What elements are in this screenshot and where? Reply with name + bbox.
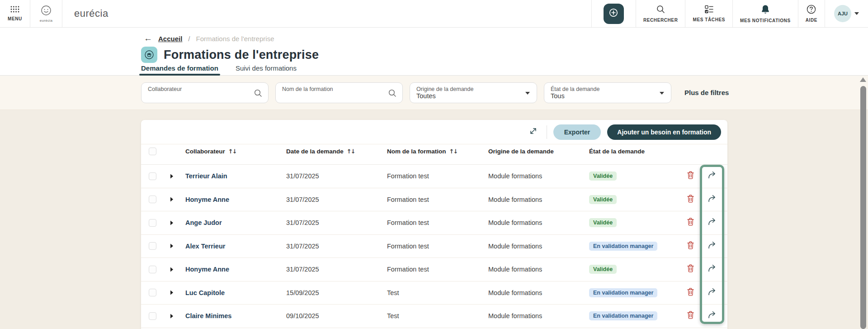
origine-select[interactable]: Origine de la demande Toutes bbox=[410, 82, 537, 103]
expand-row-caret-icon[interactable] bbox=[164, 197, 180, 202]
search-icon bbox=[656, 5, 665, 16]
eurecia-smiley-icon bbox=[40, 5, 52, 18]
expand-row-caret-icon[interactable] bbox=[164, 243, 180, 248]
origine-cell: Module formations bbox=[483, 312, 584, 319]
column-header-label: Nom de la formation bbox=[387, 148, 446, 155]
row-checkbox[interactable] bbox=[149, 195, 156, 203]
quick-add-button[interactable] bbox=[604, 4, 624, 24]
row-checkbox[interactable] bbox=[149, 219, 156, 227]
scroll-up-arrow-icon[interactable] bbox=[860, 77, 866, 82]
status-badge: En validation manager bbox=[589, 311, 657, 320]
delete-row-button[interactable] bbox=[680, 264, 700, 275]
collaborateur-search-field[interactable]: Collaborateur bbox=[141, 82, 269, 103]
vertical-scrollbar[interactable] bbox=[859, 76, 867, 329]
page-title: Formations de l'entreprise bbox=[164, 48, 319, 62]
expand-row-caret-icon[interactable] bbox=[164, 267, 180, 272]
divider bbox=[547, 125, 547, 139]
collaborateur-cell[interactable]: Honyme Anne bbox=[180, 196, 281, 203]
help-nav-button[interactable]: AIDE bbox=[798, 0, 825, 27]
eurecia-logo-button[interactable]: eurécia bbox=[30, 0, 62, 27]
etat-cell: Validée bbox=[584, 195, 680, 204]
table-row: Honyme Anne 31/07/2025 Formation test Mo… bbox=[141, 258, 727, 281]
formation-name-cell: Formation test bbox=[382, 266, 483, 273]
tab-suivi-des-formations[interactable]: Suivi des formations bbox=[236, 64, 297, 75]
collaborateur-cell[interactable]: Ange Judor bbox=[180, 219, 281, 226]
transfer-row-button[interactable] bbox=[700, 194, 724, 205]
formation-name-cell: Formation test bbox=[382, 243, 483, 250]
tab-demandes-de-formation[interactable]: Demandes de formation bbox=[141, 64, 218, 75]
row-checkbox[interactable] bbox=[149, 289, 156, 296]
bell-icon bbox=[760, 5, 770, 16]
table-body: Terrieur Alain 31/07/2025 Formation test… bbox=[141, 165, 727, 328]
more-filters-link[interactable]: Plus de filtres bbox=[684, 89, 729, 96]
breadcrumb-home-link[interactable]: Accueil bbox=[158, 35, 182, 43]
tasks-nav-button[interactable]: MES TÂCHES bbox=[685, 0, 732, 27]
delete-row-button[interactable] bbox=[680, 171, 700, 181]
delete-row-button[interactable] bbox=[680, 194, 700, 205]
sort-icon: ↑↓ bbox=[347, 148, 355, 155]
etat-cell: Validée bbox=[584, 218, 680, 227]
date-cell: 31/07/2025 bbox=[281, 266, 382, 273]
origine-cell: Module formations bbox=[483, 266, 584, 273]
row-checkbox[interactable] bbox=[149, 266, 156, 273]
transfer-row-button[interactable] bbox=[700, 241, 724, 252]
select-all-checkbox[interactable] bbox=[149, 148, 156, 155]
expand-row-caret-icon[interactable] bbox=[164, 174, 180, 179]
curved-arrow-right-icon bbox=[707, 217, 717, 228]
expand-row-caret-icon[interactable] bbox=[164, 314, 180, 319]
tasks-checklist-icon bbox=[704, 5, 714, 15]
export-button[interactable]: Exporter bbox=[553, 124, 601, 140]
delete-row-button[interactable] bbox=[680, 241, 700, 252]
search-nav-label: RECHERCHER bbox=[643, 18, 678, 23]
transfer-row-button[interactable] bbox=[700, 217, 724, 228]
collaborateur-cell[interactable]: Honyme Anne bbox=[180, 266, 281, 273]
quick-add-wrap bbox=[592, 0, 636, 27]
collaborateur-cell[interactable]: Claire Minimes bbox=[180, 312, 281, 319]
column-header-nom[interactable]: Nom de la formation ↑↓ bbox=[382, 148, 483, 155]
avatar: AJU bbox=[834, 5, 851, 22]
expand-row-caret-icon[interactable] bbox=[164, 290, 180, 295]
user-menu-button[interactable]: AJU bbox=[825, 0, 868, 27]
transfer-row-button[interactable] bbox=[700, 264, 724, 275]
column-header-label: Collaborateur bbox=[185, 148, 225, 155]
scrollbar-thumb[interactable] bbox=[860, 86, 866, 329]
origine-cell: Module formations bbox=[483, 243, 584, 250]
add-training-need-button[interactable]: Ajouter un besoin en formation bbox=[607, 124, 721, 140]
notifications-nav-button[interactable]: MES NOTIFICATIONS bbox=[733, 0, 798, 27]
column-header-label: Date de la demande bbox=[286, 148, 344, 155]
collaborateur-cell[interactable]: Terrieur Alain bbox=[180, 172, 281, 180]
filters-bar: Collaborateur Nom de la formation Origin… bbox=[0, 76, 868, 110]
etat-cell: Validée bbox=[584, 265, 680, 274]
transfer-row-button[interactable] bbox=[700, 171, 724, 181]
table-row: Ange Judor 31/07/2025 Formation test Mod… bbox=[141, 211, 727, 235]
collaborateur-cell[interactable]: Alex Terrieur bbox=[180, 243, 281, 250]
menu-button[interactable]: MENU bbox=[0, 0, 30, 27]
topbar-spacer bbox=[120, 0, 591, 27]
etat-select[interactable]: État de la demande Tous bbox=[544, 82, 671, 103]
column-header-collaborateur[interactable]: Collaborateur ↑↓ bbox=[180, 148, 281, 155]
back-arrow-icon[interactable]: ← bbox=[144, 33, 152, 43]
search-icon bbox=[388, 89, 397, 100]
row-checkbox[interactable] bbox=[149, 172, 156, 180]
date-cell: 31/07/2025 bbox=[281, 172, 382, 180]
row-checkbox[interactable] bbox=[149, 242, 156, 250]
help-icon bbox=[807, 5, 816, 16]
formation-search-field[interactable]: Nom de la formation bbox=[275, 82, 403, 103]
origine-select-label: Origine de la demande bbox=[416, 86, 473, 92]
transfer-row-button[interactable] bbox=[700, 287, 724, 298]
column-header-date[interactable]: Date de la demande ↑↓ bbox=[281, 148, 382, 155]
etat-select-label: État de la demande bbox=[551, 86, 599, 92]
search-nav-button[interactable]: RECHERCHER bbox=[636, 0, 685, 27]
row-checkbox[interactable] bbox=[149, 312, 156, 320]
table-toolbar: Exporter Ajouter un besoin en formation bbox=[141, 120, 727, 144]
expand-row-caret-icon[interactable] bbox=[164, 220, 180, 225]
status-badge: Validée bbox=[589, 265, 617, 274]
transfer-row-button[interactable] bbox=[700, 310, 724, 321]
collaborateur-cell[interactable]: Luc Capitole bbox=[180, 289, 281, 296]
expand-table-button[interactable] bbox=[527, 125, 540, 139]
delete-row-button[interactable] bbox=[680, 287, 700, 298]
delete-row-button[interactable] bbox=[680, 310, 700, 321]
delete-row-button[interactable] bbox=[680, 217, 700, 228]
breadcrumb: ← Accueil / Formations de l'entreprise bbox=[144, 32, 868, 45]
trash-icon bbox=[686, 217, 695, 228]
